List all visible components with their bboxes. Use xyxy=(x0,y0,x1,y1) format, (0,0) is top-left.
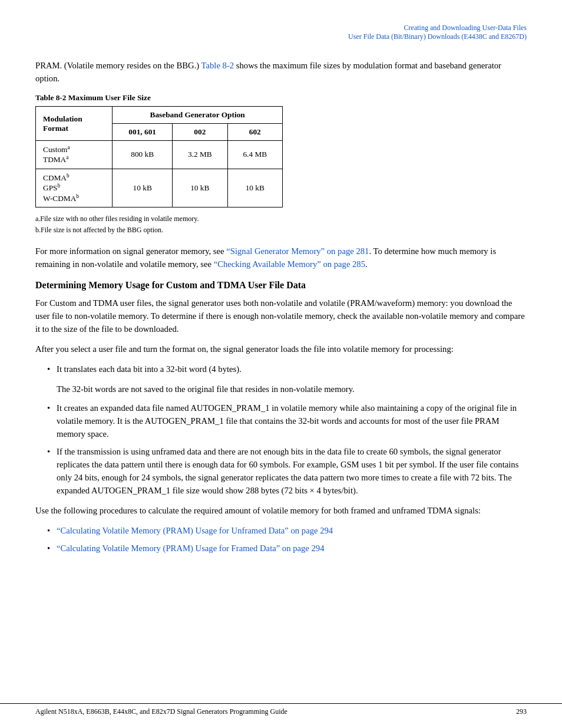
col-bbg-header: Baseband Generator Option xyxy=(113,107,283,124)
link-list-item-1: “Calculating Volatile Memory (PRAM) Usag… xyxy=(47,524,527,537)
signal-gen-memory-link[interactable]: “Signal Generator Memory” on page 281 xyxy=(226,246,369,256)
bullet-item-1: It translates each data bit into a 32-bi… xyxy=(47,363,527,375)
col-602: 602 xyxy=(227,124,282,141)
footnote-b: b.File size is not affected by the BBG o… xyxy=(35,225,527,236)
footer-left: Agilent N518xA, E8663B, E44x8C, and E82x… xyxy=(35,707,287,716)
framed-link[interactable]: “Calculating Volatile Memory (PRAM) Usag… xyxy=(57,543,325,553)
format-custom-tdma: CustomaTDMAa xyxy=(36,141,113,169)
col-modulation: ModulationFormat xyxy=(36,107,113,141)
link-list: “Calculating Volatile Memory (PRAM) Usag… xyxy=(47,524,527,555)
page-header: Creating and Downloading User-Data Files… xyxy=(0,0,562,47)
cell-cdma-602: 10 kB xyxy=(227,169,282,207)
col-001-601: 001, 601 xyxy=(113,124,173,141)
section-para1: For Custom and TDMA user files, the sign… xyxy=(35,297,527,335)
header-line1: Creating and Downloading User-Data Files xyxy=(404,24,527,32)
unframed-link[interactable]: “Calculating Volatile Memory (PRAM) Usag… xyxy=(57,526,333,535)
page-footer: Agilent N518xA, E8663B, E44x8C, and E82x… xyxy=(0,703,562,716)
bullet2-text: It creates an expanded data file named A… xyxy=(57,403,517,439)
table-row-custom-tdma: CustomaTDMAa 800 kB 3.2 MB 6.4 MB xyxy=(36,141,283,169)
footnote-a: a.File size with no other files residing… xyxy=(35,213,527,225)
header-line2: User File Data (Bit/Binary) Downloads (E… xyxy=(348,32,527,41)
bullet-list: It translates each data bit into a 32-bi… xyxy=(47,363,527,375)
cell-cdma-001: 10 kB xyxy=(113,169,173,207)
link-list-item-2: “Calculating Volatile Memory (PRAM) Usag… xyxy=(47,542,527,555)
checking-memory-link[interactable]: “Checking Available Memory” on page 285 xyxy=(214,259,365,269)
cell-custom-602: 6.4 MB xyxy=(227,141,282,169)
table-row-cdma-gps: CDMAbGPSbW-CDMAb 10 kB 10 kB 10 kB xyxy=(36,169,283,207)
section-heading: Determining Memory Usage for Custom and … xyxy=(35,280,527,291)
table-footnotes: a.File size with no other files residing… xyxy=(35,213,527,236)
bullet-list-2: It creates an expanded data file named A… xyxy=(47,401,527,497)
section-para2: After you select a user file and turn th… xyxy=(35,342,527,355)
page: Creating and Downloading User-Data Files… xyxy=(0,0,562,728)
bullet1-text: It translates each data bit into a 32-bi… xyxy=(57,364,242,374)
cell-custom-001: 800 kB xyxy=(113,141,173,169)
cell-cdma-002: 10 kB xyxy=(173,169,227,207)
bullet3-text: If the transmission is using unframed da… xyxy=(57,447,518,495)
table-link[interactable]: Table 8‑2 xyxy=(201,61,234,70)
table-title: Table 8-2 Maximum User File Size xyxy=(35,93,527,103)
intro-paragraph: PRAM. (Volatile memory resides on the BB… xyxy=(35,59,527,85)
cell-custom-002: 3.2 MB xyxy=(173,141,227,169)
bullet-item-3: If the transmission is using unframed da… xyxy=(47,445,527,497)
format-cdma-gps: CDMAbGPSbW-CDMAb xyxy=(36,169,113,207)
col-002: 002 xyxy=(173,124,227,141)
memory-info-para: For more information on signal generator… xyxy=(35,245,527,271)
footer-page: 293 xyxy=(516,707,527,716)
max-file-size-table: ModulationFormat Baseband Generator Opti… xyxy=(35,106,283,207)
bullet-item-2: It creates an expanded data file named A… xyxy=(47,401,527,440)
bullet1-subtext: The 32-bit words are not saved to the or… xyxy=(57,383,527,396)
section-para3: Use the following procedures to calculat… xyxy=(35,504,527,517)
content-area: PRAM. (Volatile memory resides on the BB… xyxy=(0,47,562,585)
